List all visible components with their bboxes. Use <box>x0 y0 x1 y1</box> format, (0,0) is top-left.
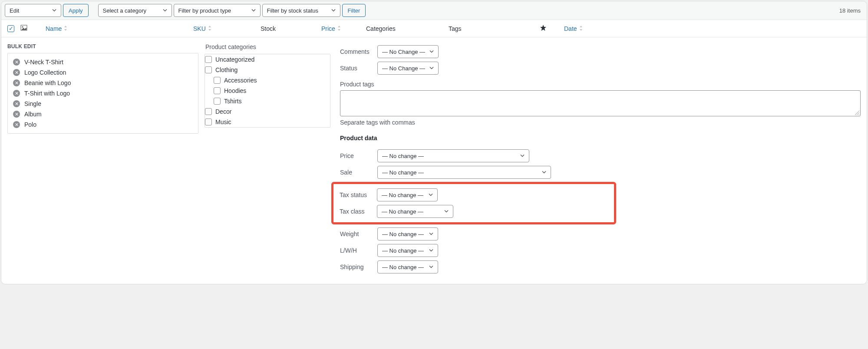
lwh-value: — No change — <box>382 247 424 254</box>
lwh-select[interactable]: — No change — <box>377 244 438 257</box>
sort-icon <box>337 25 341 32</box>
column-featured <box>536 20 561 37</box>
category-checkbox[interactable] <box>205 66 212 73</box>
column-stock: Stock <box>257 21 318 36</box>
remove-icon[interactable]: ✕ <box>13 90 20 97</box>
column-price[interactable]: Price <box>318 21 363 36</box>
category-checkbox[interactable] <box>214 77 221 84</box>
category-checkbox[interactable] <box>214 87 221 94</box>
chevron-down-icon <box>429 65 434 72</box>
chevron-down-icon <box>429 49 434 55</box>
product-categories-title: Product categories <box>205 43 330 54</box>
weight-label: Weight <box>340 230 377 237</box>
category-item[interactable]: Clothing <box>205 65 330 75</box>
weight-select[interactable]: — No change — <box>377 227 438 240</box>
sort-icon <box>208 25 212 32</box>
category-checkbox[interactable] <box>214 98 221 105</box>
svg-point-2 <box>22 26 23 28</box>
category-checkbox[interactable] <box>205 56 212 63</box>
stock-status-filter-select[interactable]: Filter by stock status <box>262 4 340 17</box>
price-value: — No change — <box>382 153 424 159</box>
column-categories: Categories <box>363 21 445 36</box>
filter-button[interactable]: Filter <box>342 4 366 17</box>
apply-label: Apply <box>69 7 83 14</box>
category-filter-select[interactable]: Select a category <box>98 4 172 17</box>
shipping-value: — No change — <box>382 264 424 270</box>
product-tags-label: Product tags <box>340 76 861 90</box>
column-name[interactable]: Name <box>42 21 190 36</box>
sale-select[interactable]: — No change — <box>377 166 551 179</box>
stock-status-filter-value: Filter by stock status <box>267 7 318 14</box>
chevron-down-icon <box>542 169 546 176</box>
chevron-down-icon <box>429 247 433 254</box>
category-item[interactable]: Accessories <box>205 75 330 86</box>
category-checkbox[interactable] <box>205 108 212 115</box>
product-name: Polo <box>24 121 36 128</box>
remove-icon[interactable]: ✕ <box>13 69 20 76</box>
image-column-icon <box>20 25 27 32</box>
remove-icon[interactable]: ✕ <box>13 100 20 107</box>
column-tags-label: Tags <box>449 25 462 32</box>
category-label: Accessories <box>224 77 257 84</box>
product-data-title: Product data <box>340 132 861 148</box>
product-name: V-Neck T-Shirt <box>24 59 63 66</box>
product-name: Logo Collection <box>24 69 66 76</box>
sale-label: Sale <box>340 169 377 176</box>
remove-icon[interactable]: ✕ <box>13 111 20 118</box>
category-label: Tshirts <box>224 98 241 105</box>
apply-button[interactable]: Apply <box>63 4 89 17</box>
product-tags-input[interactable] <box>340 90 861 116</box>
product-type-filter-select[interactable]: Filter by product type <box>174 4 261 17</box>
weight-value: — No change — <box>382 231 424 237</box>
select-all-checkbox[interactable] <box>7 25 14 32</box>
sort-icon <box>63 25 68 32</box>
chevron-down-icon <box>429 231 433 237</box>
status-select[interactable]: — No Change — <box>377 62 439 75</box>
category-label: Hoodies <box>224 87 246 94</box>
chevron-down-icon <box>444 208 449 215</box>
product-name: Album <box>24 111 42 118</box>
comments-select[interactable]: — No Change — <box>377 45 439 58</box>
tax-class-select[interactable]: — No change — <box>377 205 453 218</box>
chevron-down-icon <box>520 153 525 159</box>
category-item[interactable]: Uncategorized <box>205 54 330 65</box>
bulk-action-select[interactable]: Edit <box>5 4 61 17</box>
lwh-label: L/W/H <box>340 247 377 254</box>
column-sku[interactable]: SKU <box>190 21 257 36</box>
category-item[interactable]: Music <box>205 117 330 127</box>
column-price-label: Price <box>321 25 335 32</box>
category-label: Uncategorized <box>215 56 254 63</box>
product-name: Single <box>24 100 41 107</box>
selected-products-panel: ✕ V-Neck T-Shirt ✕ Logo Collection ✕ Bea… <box>7 53 198 134</box>
price-label: Price <box>340 152 377 159</box>
chevron-down-icon <box>429 264 433 270</box>
column-name-label: Name <box>46 25 62 32</box>
resize-handle-icon <box>855 111 859 115</box>
status-label: Status <box>340 65 377 72</box>
column-tags: Tags <box>445 21 536 36</box>
remove-icon[interactable]: ✕ <box>13 121 20 128</box>
sale-value: — No change — <box>382 169 424 176</box>
tags-hint: Separate tags with commas <box>340 116 861 132</box>
list-item: ✕ T-Shirt with Logo <box>13 88 193 99</box>
column-date[interactable]: Date <box>561 21 867 36</box>
status-value: — No Change — <box>382 65 425 72</box>
chevron-down-icon <box>251 7 256 14</box>
category-item[interactable]: Decor <box>205 106 330 117</box>
shipping-select[interactable]: — No change — <box>377 260 438 273</box>
list-item: ✕ Single <box>13 99 193 109</box>
remove-icon[interactable]: ✕ <box>13 59 20 66</box>
column-categories-label: Categories <box>366 25 396 32</box>
category-item[interactable]: Tshirts <box>205 96 330 106</box>
category-checkbox[interactable] <box>205 119 212 125</box>
category-label: Music <box>215 119 231 125</box>
category-item[interactable]: Hoodies <box>205 86 330 96</box>
column-sku-label: SKU <box>193 25 206 32</box>
comments-value: — No Change — <box>382 49 425 55</box>
chevron-down-icon <box>429 192 433 198</box>
price-select[interactable]: — No change — <box>377 149 529 162</box>
highlight-box: Tax status — No change — Tax class — No … <box>331 182 616 224</box>
tax-status-select[interactable]: — No change — <box>377 188 438 201</box>
remove-icon[interactable]: ✕ <box>13 79 20 86</box>
list-item: ✕ Beanie with Logo <box>13 78 193 88</box>
